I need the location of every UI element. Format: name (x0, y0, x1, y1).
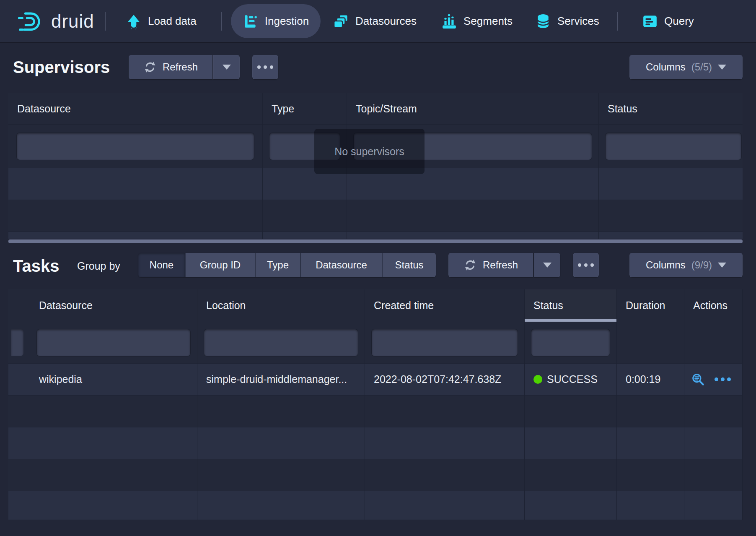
empty-row (8, 395, 743, 427)
refresh-label: Refresh (483, 259, 518, 271)
group-by-datasource-button[interactable]: Datasource (301, 253, 383, 277)
sort-indicator (525, 319, 616, 322)
nav-item-datasources[interactable]: Datasources (333, 0, 417, 42)
group-by-group-id-button[interactable]: Group ID (186, 253, 256, 277)
column-header-duration[interactable]: Duration (617, 289, 684, 322)
ingestion-icon (243, 13, 259, 29)
empty-row (8, 200, 743, 232)
nav-item-query[interactable]: Query (642, 0, 694, 42)
nav-item-label: Query (664, 15, 694, 28)
no-supervisors-message: No supervisors (314, 129, 425, 174)
tasks-title: Tasks (13, 257, 59, 276)
task-datasource-filter-input[interactable] (37, 329, 190, 356)
supervisors-refresh-dropdown-button[interactable] (213, 55, 240, 79)
query-icon (642, 13, 658, 29)
task-duration-cell: 0:00:19 (617, 364, 684, 395)
task-location-filter-input[interactable] (204, 329, 358, 356)
tasks-refresh-button[interactable]: Refresh (448, 253, 533, 277)
refresh-icon (463, 258, 477, 272)
empty-row (8, 491, 743, 520)
tasks-columns-button[interactable]: Columns (9/9) (629, 253, 743, 277)
nav-item-ingestion-active[interactable]: Ingestion (231, 4, 321, 38)
nav-item-segments[interactable]: Segments (441, 0, 513, 42)
columns-count: (9/9) (691, 259, 712, 271)
status-header-label: Status (533, 299, 563, 312)
task-index-filter-input[interactable] (11, 329, 23, 356)
column-header-location[interactable]: Location (197, 289, 365, 322)
column-header-index (8, 289, 30, 322)
supervisors-header-row: Datasource Type Topic/Stream Status (8, 93, 743, 125)
column-header-created-time[interactable]: Created time (365, 289, 525, 322)
horizontal-scrollbar[interactable] (8, 239, 743, 243)
supervisor-status-filter-input[interactable] (606, 133, 741, 160)
task-status-filter-input[interactable] (531, 329, 610, 356)
task-status-cell: SUCCESS (525, 364, 617, 395)
supervisors-more-button[interactable] (252, 55, 278, 79)
nav-item-label: Load data (148, 15, 197, 28)
task-created-time-filter-input[interactable] (372, 329, 518, 356)
tasks-table: Datasource Location Created time Status … (8, 289, 743, 520)
tasks-filter-row (8, 322, 743, 364)
tasks-header-row: Datasource Location Created time Status … (8, 289, 743, 322)
segments-icon (441, 13, 457, 29)
group-by-status-button[interactable]: Status (383, 253, 436, 277)
nav-item-label: Datasources (355, 15, 417, 28)
services-icon (535, 13, 551, 29)
task-created-time-cell: 2022-08-02T07:42:47.638Z (365, 364, 525, 395)
nav-divider (617, 12, 618, 31)
refresh-label: Refresh (163, 61, 198, 73)
group-by-none-button[interactable]: None (138, 253, 186, 277)
chevron-down-icon (543, 263, 551, 268)
nav-item-services[interactable]: Services (535, 0, 599, 42)
druid-logo-icon (17, 7, 44, 36)
columns-label: Columns (646, 61, 686, 73)
supervisors-title: Supervisors (13, 58, 110, 77)
refresh-icon (143, 60, 157, 74)
task-location-cell: simple-druid-middlemanager... (197, 364, 365, 395)
supervisor-datasource-filter-input[interactable] (17, 133, 254, 160)
nav-item-label: Services (557, 15, 599, 28)
datasources-icon (333, 13, 349, 29)
chevron-down-icon (223, 65, 231, 70)
task-datasource-cell: wikipedia (30, 364, 197, 395)
empty-row (8, 459, 743, 491)
group-by-button-group: None Group ID Type Datasource Status (138, 253, 436, 277)
ellipsis-icon (257, 65, 273, 69)
column-header-type[interactable]: Type (263, 93, 347, 124)
empty-row (8, 427, 743, 459)
columns-label: Columns (646, 259, 686, 271)
brand-text: druid (51, 11, 94, 32)
druid-logo[interactable]: druid (17, 0, 94, 42)
nav-item-load-data[interactable]: Load data (126, 0, 197, 42)
column-header-actions[interactable]: Actions (684, 289, 743, 322)
column-header-datasource[interactable]: Datasource (8, 93, 263, 124)
column-header-status[interactable]: Status (599, 93, 743, 124)
group-by-label: Group by (77, 260, 120, 272)
navbar: druid Load data (0, 0, 756, 42)
row-more-actions-icon[interactable] (715, 377, 731, 381)
view-details-icon[interactable] (691, 372, 705, 387)
columns-count: (5/5) (691, 61, 712, 73)
tasks-more-button[interactable] (573, 253, 599, 277)
tasks-refresh-dropdown-button[interactable] (534, 253, 560, 277)
nav-item-label: Ingestion (265, 15, 309, 28)
status-success-dot (533, 375, 542, 384)
ellipsis-icon (578, 263, 594, 267)
supervisors-columns-button[interactable]: Columns (5/5) (629, 55, 743, 79)
nav-divider (105, 12, 106, 31)
supervisors-refresh-button[interactable]: Refresh (129, 55, 212, 79)
column-header-datasource[interactable]: Datasource (30, 289, 197, 322)
group-by-type-button[interactable]: Type (256, 253, 301, 277)
druid-console: druid Load data (0, 0, 756, 536)
column-header-status-sorted[interactable]: Status (525, 289, 617, 322)
task-row-wikipedia[interactable]: wikipedia simple-druid-middlemanager... … (8, 364, 743, 395)
nav-item-label: Segments (463, 15, 513, 28)
load-data-icon (126, 13, 142, 29)
chevron-down-icon (718, 65, 726, 70)
task-actions-cell (684, 364, 743, 395)
nav-divider (221, 12, 222, 31)
chevron-down-icon (718, 263, 726, 268)
column-header-topic-stream[interactable]: Topic/Stream (347, 93, 599, 124)
empty-row (8, 232, 743, 239)
status-label: SUCCESS (547, 373, 598, 385)
